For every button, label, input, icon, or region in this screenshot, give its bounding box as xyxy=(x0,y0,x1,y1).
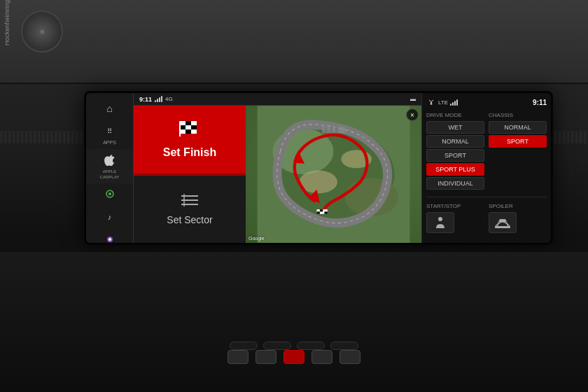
svg-rect-12 xyxy=(191,130,197,134)
apps-label: APPS xyxy=(103,140,116,146)
drive-mode-sport-plus[interactable]: SPORT PLUS xyxy=(426,163,484,176)
svg-rect-9 xyxy=(191,125,197,130)
set-sector-label: Set Sector xyxy=(167,214,212,225)
finish-line-icon xyxy=(178,120,201,144)
steer-btn-3[interactable] xyxy=(312,350,332,364)
svg-rect-33 xyxy=(335,127,338,133)
svg-point-34 xyxy=(438,217,442,221)
podcast-icon xyxy=(102,232,118,243)
bottom-settings-row: Start/Stop Spoiler xyxy=(426,203,547,233)
svg-rect-11 xyxy=(186,130,191,134)
air-vents xyxy=(230,342,358,350)
lte-label: LTE xyxy=(438,99,448,106)
svg-rect-29 xyxy=(324,211,327,214)
vent-1 xyxy=(230,342,258,350)
sidebar-item-apps[interactable]: ⠿ APPS xyxy=(86,120,133,149)
track-overlay xyxy=(246,106,421,243)
svg-rect-32 xyxy=(330,127,332,133)
svg-rect-35 xyxy=(495,226,510,228)
steer-btn-emergency[interactable] xyxy=(284,350,304,364)
drive-mode-sport[interactable]: SPORT xyxy=(426,149,484,162)
start-stop-label: Start/Stop xyxy=(426,203,484,209)
track-label: Hockenheimring xyxy=(4,0,10,46)
chassis-sport[interactable]: SPORT xyxy=(489,135,547,148)
signal-bars xyxy=(155,96,162,102)
set-sector-button[interactable]: Set Sector xyxy=(134,175,246,244)
carplay-main: Set Finish Set Sector xyxy=(134,106,421,243)
svg-rect-4 xyxy=(180,121,186,125)
carplay-time: 9:11 xyxy=(139,96,152,103)
svg-rect-8 xyxy=(186,125,191,130)
steer-btn-2[interactable] xyxy=(255,350,276,364)
svg-rect-31 xyxy=(324,127,327,133)
drive-mode-col: Drive mode WET NORMAL SPORT SPORT PLUS I xyxy=(426,112,484,191)
network-label: 4G xyxy=(165,96,173,102)
svg-point-1 xyxy=(108,192,111,195)
sector-icon xyxy=(180,192,200,211)
start-stop-button[interactable] xyxy=(426,212,454,233)
signal-icon xyxy=(426,99,436,106)
drive-chassis-row: Drive mode WET NORMAL SPORT SPORT PLUS I xyxy=(426,112,547,191)
svg-rect-28 xyxy=(317,211,320,214)
vent-4 xyxy=(330,342,358,350)
carplay-area: 9:11 4G ▬ xyxy=(134,93,421,243)
battery-icon: ▬ xyxy=(410,96,416,102)
spoiler-label: Spoiler xyxy=(489,203,547,209)
drive-mode-individual[interactable]: INDIVIDUAL xyxy=(426,177,484,190)
dashboard-top: ⊛ xyxy=(0,0,588,84)
settings-divider xyxy=(426,197,547,197)
svg-line-36 xyxy=(498,222,498,226)
set-finish-label: Set Finish xyxy=(163,146,216,159)
sidebar-item-music[interactable]: ♪ xyxy=(86,206,133,228)
svg-line-37 xyxy=(507,222,507,226)
chassis-normal[interactable]: NORMAL xyxy=(489,121,547,134)
lap-timer-buttons: Set Finish Set Sector xyxy=(134,106,246,243)
maps-icon xyxy=(102,187,118,202)
svg-point-3 xyxy=(108,238,111,241)
dashboard-bottom xyxy=(0,252,588,392)
svg-rect-10 xyxy=(180,130,186,134)
drive-settings-panel: LTE 9:11 Drive mode WET xyxy=(421,93,551,243)
chassis-col: Chassis NORMAL SPORT xyxy=(489,112,547,191)
spoiler-col: Spoiler xyxy=(489,203,547,233)
set-finish-button[interactable]: Set Finish xyxy=(134,106,246,175)
apps-icon: ⠿ xyxy=(102,123,118,139)
screen-sidebar: ⌂ ⠿ APPS APPLECARPLAY xyxy=(86,93,134,243)
sidebar-item-podcast[interactable] xyxy=(86,228,133,243)
home-icon: ⌂ xyxy=(102,101,118,116)
track-map[interactable]: × Google xyxy=(246,106,421,243)
music-icon: ♪ xyxy=(102,209,118,225)
sidebar-item-maps[interactable] xyxy=(86,183,133,206)
start-stop-col: Start/Stop xyxy=(426,203,484,233)
steering-wheel-emblem: ⊛ xyxy=(21,10,63,52)
sidebar-item-carplay[interactable]: APPLECARPLAY xyxy=(86,149,133,183)
status-right: ▬ xyxy=(410,96,416,102)
google-attribution: Google xyxy=(248,236,265,241)
map-close-button[interactable]: × xyxy=(406,108,419,121)
drive-mode-wet[interactable]: WET xyxy=(426,121,484,134)
carplay-status-bar: 9:11 4G ▬ xyxy=(134,93,421,106)
spoiler-button[interactable] xyxy=(489,212,517,233)
vent-2 xyxy=(263,342,291,350)
sidebar-item-home[interactable]: ⌂ xyxy=(86,97,133,120)
drive-mode-label: Drive mode xyxy=(426,112,484,118)
drive-mode-normal[interactable]: NORMAL xyxy=(426,135,484,148)
carplay-label: APPLECARPLAY xyxy=(100,169,120,179)
steer-btn-1[interactable] xyxy=(227,350,248,364)
svg-rect-27 xyxy=(320,209,323,211)
right-status-bar: LTE 9:11 xyxy=(426,99,547,106)
carplay-icon xyxy=(102,153,118,168)
svg-rect-5 xyxy=(186,121,191,125)
right-clock: 9:11 xyxy=(533,99,547,106)
chassis-label: Chassis xyxy=(489,112,547,118)
steer-btn-4[interactable] xyxy=(340,350,360,364)
right-status-icons: LTE xyxy=(426,99,458,106)
infotainment-screen: ⌂ ⠿ APPS APPLECARPLAY xyxy=(84,91,553,245)
steering-wheel-buttons xyxy=(227,350,360,364)
svg-rect-7 xyxy=(180,125,186,130)
vent-3 xyxy=(297,342,325,350)
right-signal-bars xyxy=(450,99,458,106)
svg-rect-6 xyxy=(191,121,197,125)
status-left: 9:11 4G xyxy=(139,96,173,103)
